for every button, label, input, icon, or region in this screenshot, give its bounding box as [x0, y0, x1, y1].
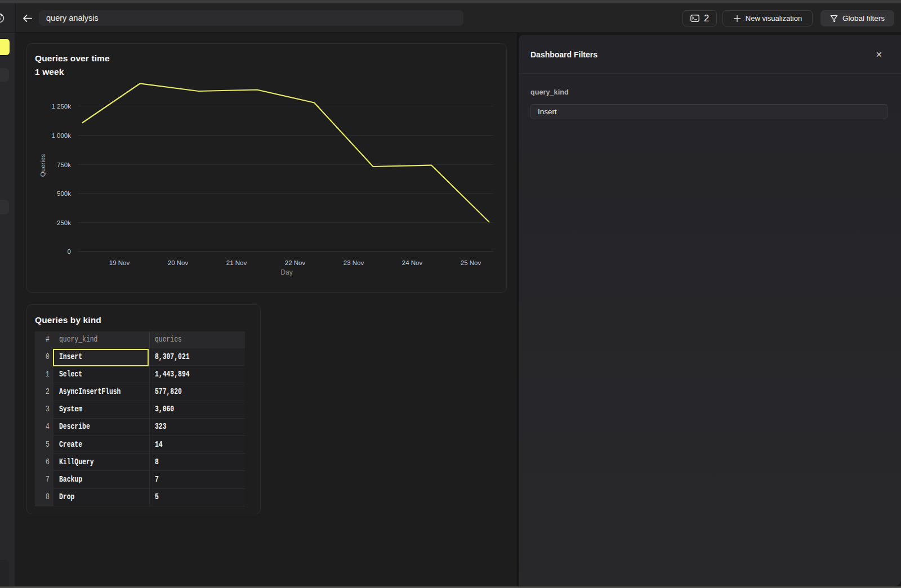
svg-text:19 Nov: 19 Nov: [109, 259, 130, 266]
svg-text:Day: Day: [280, 268, 292, 276]
svg-text:25 Nov: 25 Nov: [461, 259, 481, 266]
svg-text:750k: 750k: [57, 161, 71, 168]
svg-text:21 Nov: 21 Nov: [226, 259, 247, 266]
svg-text:23 Nov: 23 Nov: [344, 259, 364, 266]
svg-text:1 250k: 1 250k: [51, 103, 71, 110]
svg-text:500k: 500k: [57, 190, 71, 197]
svg-text:1 000k: 1 000k: [51, 132, 71, 139]
svg-text:Queries: Queries: [39, 154, 46, 177]
svg-text:20 Nov: 20 Nov: [168, 259, 189, 266]
svg-text:22 Nov: 22 Nov: [285, 259, 306, 266]
svg-text:0: 0: [68, 248, 71, 255]
svg-text:250k: 250k: [57, 219, 71, 226]
svg-text:24 Nov: 24 Nov: [402, 259, 423, 266]
